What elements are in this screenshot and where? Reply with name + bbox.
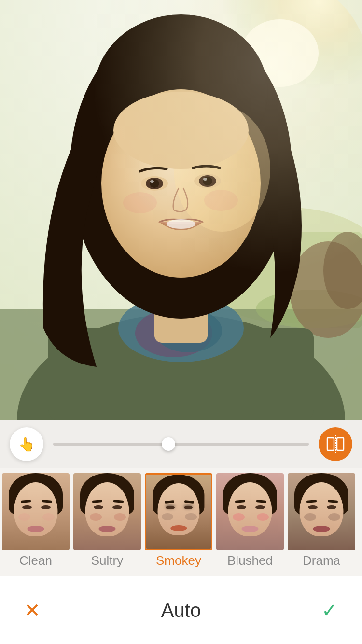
- face-drama: [288, 473, 355, 550]
- filter-item-sultry[interactable]: Sultry: [71, 473, 143, 568]
- svg-rect-31: [0, 0, 362, 420]
- confirm-button[interactable]: ✓: [321, 599, 338, 621]
- filter-label-blushed: Blushed: [227, 553, 273, 568]
- filter-label-smokey: Smokey: [156, 553, 201, 568]
- face-sultry: [73, 473, 141, 550]
- filters-scroll: Clean Sultry: [0, 473, 357, 568]
- cancel-icon: ✕: [24, 600, 41, 621]
- filter-label-drama: Drama: [303, 553, 340, 568]
- gesture-button[interactable]: 👆: [10, 427, 43, 461]
- filter-label-clean: Clean: [19, 553, 52, 568]
- svg-rect-32: [327, 438, 334, 450]
- filter-thumb-blushed: [216, 473, 284, 550]
- controls-area: 👆: [0, 420, 362, 468]
- filter-thumb-smokey: [145, 473, 212, 550]
- compare-button[interactable]: [319, 427, 352, 461]
- cancel-button[interactable]: ✕: [24, 599, 41, 621]
- slider-track: [53, 443, 309, 446]
- confirm-icon: ✓: [321, 600, 338, 621]
- slider-thumb[interactable]: [162, 437, 175, 451]
- filter-thumb-drama: [288, 473, 355, 550]
- face-smokey: [146, 475, 211, 549]
- svg-rect-33: [337, 438, 344, 450]
- compare-icon: [326, 435, 345, 453]
- filters-area: Clean Sultry: [0, 468, 362, 576]
- slider-container[interactable]: [53, 443, 309, 446]
- filter-item-drama[interactable]: Drama: [286, 473, 357, 568]
- filter-item-clean[interactable]: Clean: [0, 473, 71, 568]
- filter-item-blushed[interactable]: Blushed: [214, 473, 286, 568]
- face-blushed: [216, 473, 284, 550]
- gesture-icon: 👆: [18, 436, 35, 452]
- bottom-title: Auto: [161, 600, 201, 621]
- filter-thumb-sultry: [73, 473, 141, 550]
- face-clean: [2, 473, 70, 550]
- filter-thumb-clean: [2, 473, 70, 550]
- filter-label-sultry: Sultry: [91, 553, 123, 568]
- bottom-bar: ✕ Auto ✓: [0, 576, 362, 644]
- photo-area: [0, 0, 362, 420]
- filter-item-smokey[interactable]: Smokey: [143, 473, 214, 568]
